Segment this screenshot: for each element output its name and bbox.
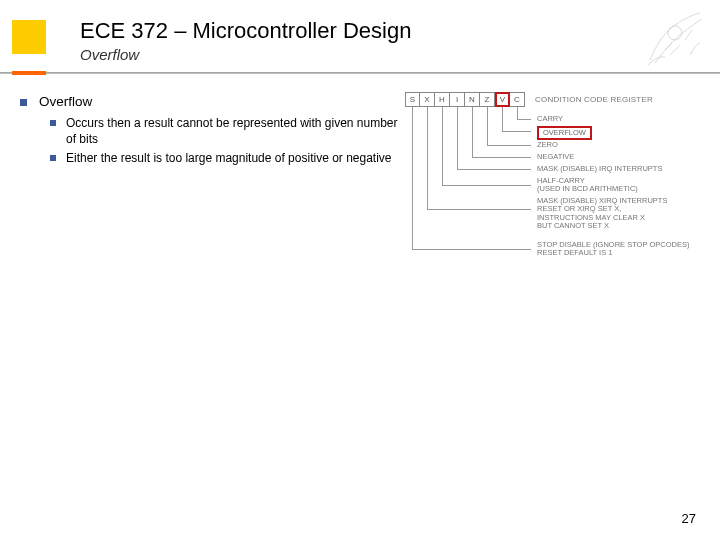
bit-cell: S (405, 92, 420, 107)
divider (0, 72, 720, 74)
corner-illustration (640, 5, 710, 73)
bullet-icon (50, 120, 56, 126)
bullet-text: Either the result is too large magnitude… (66, 150, 392, 166)
flag-label: MASK (DISABLE) IRQ INTERRUPTS (537, 165, 662, 173)
flag-label-highlighted: OVERFLOW (537, 126, 592, 140)
content-area: Overflow Occurs then a result cannot be … (20, 94, 400, 170)
list-item: Overflow (20, 94, 400, 109)
bit-cell: C (510, 92, 525, 107)
header: ECE 372 – Microcontroller Design Overflo… (0, 10, 720, 63)
list-item: Either the result is too large magnitude… (50, 150, 400, 166)
flag-wires: CARRY OVERFLOW ZERO NEGATIVE MASK (DISAB… (405, 107, 705, 287)
slide-subtitle: Overflow (80, 46, 720, 63)
bit-cell-highlighted: V (495, 92, 510, 107)
slide-title: ECE 372 – Microcontroller Design (80, 18, 720, 44)
flag-label: NEGATIVE (537, 153, 574, 161)
flag-label: ZERO (537, 141, 558, 149)
bullet-icon (20, 99, 27, 106)
flag-label: CARRY (537, 115, 563, 123)
bullet-icon (50, 155, 56, 161)
page-number: 27 (682, 511, 696, 526)
bit-cell: X (420, 92, 435, 107)
register-label: CONDITION CODE REGISTER (535, 95, 653, 104)
bit-cell: I (450, 92, 465, 107)
svg-point-0 (668, 26, 682, 40)
divider-accent (12, 71, 46, 75)
register-row: S X H I N Z V C CONDITION CODE REGISTER (405, 92, 705, 107)
bit-cell: N (465, 92, 480, 107)
list-item: Occurs then a result cannot be represent… (50, 115, 400, 147)
ccr-diagram: S X H I N Z V C CONDITION CODE REGISTER … (405, 92, 705, 287)
flag-label: STOP DISABLE (IGNORE STOP OPCODES) RESET… (537, 241, 689, 258)
bullet-text: Occurs then a result cannot be represent… (66, 115, 400, 147)
flag-label: MASK (DISABLE) XIRQ INTERRUPTS RESET OR … (537, 197, 667, 230)
bit-cell: H (435, 92, 450, 107)
accent-square (12, 20, 46, 54)
section-heading: Overflow (39, 94, 92, 109)
bit-cell: Z (480, 92, 495, 107)
flag-label: HALF-CARRY (USED IN BCD ARITHMETIC) (537, 177, 638, 194)
